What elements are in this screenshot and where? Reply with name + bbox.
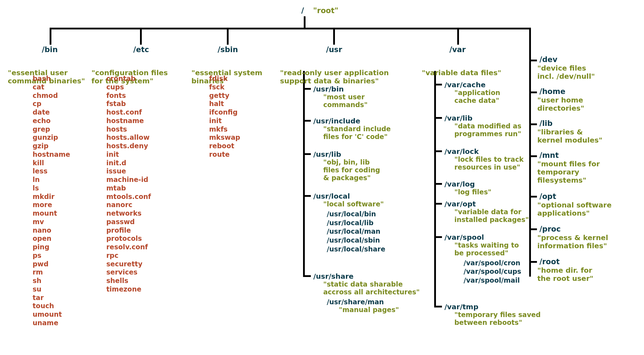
bin-file: grep [33, 125, 70, 134]
usr-local-child: /usr/local/share [327, 245, 385, 254]
var-spool-child: /var/spool/cups [464, 267, 521, 276]
dir-sbin-files: fdiskfsckgettyhaltifconfiginitmkfsmkswap… [209, 74, 240, 159]
bin-file: uname [33, 319, 70, 327]
bin-file: mount [33, 209, 70, 218]
right-dir-name: /home [539, 88, 584, 95]
bin-file: ls [33, 184, 70, 193]
sbin-file: mkfs [209, 125, 240, 134]
etc-file: protocols [106, 234, 151, 243]
bin-file: cp [33, 100, 70, 108]
dir-var-cache: /var/cache "application cache data" [444, 81, 500, 105]
bin-file: mkdir [33, 193, 70, 201]
right-dir-home: /home"user home directories" [539, 88, 584, 112]
sbin-file: init [209, 117, 240, 125]
usr-local-child: /usr/local/bin [327, 210, 385, 218]
dir-usr-name: /usr [326, 46, 342, 54]
usr-local-child: /usr/local/lib [327, 218, 385, 227]
etc-file: hosts.allow [106, 133, 151, 142]
etc-file: nanorc [106, 201, 151, 209]
dir-etc-name: /etc [133, 46, 149, 54]
root-slash: / [301, 7, 311, 15]
sbin-file: halt [209, 100, 240, 108]
right-dir-desc: "libraries & kernel modules" [537, 128, 603, 144]
usr-local-child: /usr/local/man [327, 227, 385, 236]
etc-file: init [106, 150, 151, 159]
root-label: "root" [313, 6, 338, 15]
bin-file: tar [33, 294, 70, 302]
right-dir-name: /opt [539, 193, 612, 200]
bin-file: less [33, 167, 70, 176]
etc-file: cups [106, 83, 151, 91]
etc-file: host.conf [106, 108, 151, 117]
dir-bin-files: bashcatchmodcpdateechogrepgunzipgziphost… [33, 74, 70, 327]
dir-bin-name: /bin [42, 46, 58, 54]
dir-var-opt: /var/opt "variable data for installed pa… [444, 200, 529, 224]
right-dir-name: /lib [539, 120, 603, 127]
etc-file: networks [106, 209, 151, 218]
etc-file: securetty [106, 260, 151, 268]
dir-var-log: /var/log "log files" [444, 180, 491, 196]
bin-file: nano [33, 226, 70, 235]
bin-file: ps [33, 251, 70, 260]
right-dir-desc: "mount files for temporary filesystems" [537, 160, 600, 184]
sbin-file: fsck [209, 83, 240, 91]
right-dir-dev: /dev"device files incl. /dev/null" [539, 56, 595, 81]
right-dir-root: /root"home dir. for the root user" [539, 258, 593, 283]
etc-file: issue [106, 167, 151, 176]
bin-file: date [33, 108, 70, 117]
etc-file: profile [106, 226, 151, 235]
dir-var-tmp: /var/tmp "temporary files saved between … [444, 303, 541, 327]
bin-file: gzip [33, 142, 70, 150]
dir-var-lock: /var/lock "lock files to track resources… [444, 148, 523, 171]
dir-usr-bin: /usr/bin "most user commands" [313, 85, 368, 109]
bin-file: su [33, 285, 70, 294]
bin-file: sh [33, 277, 70, 285]
etc-file: init.d [106, 159, 151, 167]
bin-file: hostname [33, 150, 70, 159]
right-dir-name: /root [539, 258, 593, 266]
bin-file: ln [33, 176, 70, 184]
right-dir-desc: "user home directories" [537, 96, 584, 112]
etc-file: resolv.conf [106, 243, 151, 251]
bin-file: umount [33, 310, 70, 319]
bin-file: bash [33, 74, 70, 83]
filesystem-hierarchy-diagram: / "root" /bin "essential user command bi… [0, 0, 644, 355]
right-dir-mnt: /mnt"mount files for temporary filesyste… [539, 152, 600, 184]
etc-file: shells [106, 277, 151, 285]
sbin-file: getty [209, 91, 240, 100]
etc-file: services [106, 268, 151, 277]
usr-local-child: /usr/local/sbin [327, 236, 385, 245]
etc-file: mtools.conf [106, 193, 151, 201]
etc-file: crontab [106, 74, 151, 83]
etc-file: hostname [106, 117, 151, 125]
bin-file: cat [33, 83, 70, 91]
sbin-file: mkswap [209, 133, 240, 142]
etc-file: machine-id [106, 176, 151, 184]
bin-file: more [33, 201, 70, 209]
right-dir-name: /proc [539, 226, 608, 233]
var-spool-child: /var/spool/cron [464, 259, 521, 267]
sbin-file: route [209, 150, 240, 159]
right-dir-desc: "optional software applications" [537, 201, 612, 217]
bin-file: kill [33, 159, 70, 167]
dir-var-lib: /var/lib "data modified as programmes ru… [444, 114, 521, 138]
etc-file: passwd [106, 218, 151, 226]
dir-sbin-name: /sbin [218, 46, 238, 54]
bin-file: echo [33, 117, 70, 125]
right-dir-lib: /lib"libraries & kernel modules" [539, 120, 603, 144]
sbin-file: fdisk [209, 74, 240, 83]
dir-usr-lib: /usr/lib "obj, bin, lib files for coding… [313, 150, 380, 182]
sbin-file: ifconfig [209, 108, 240, 117]
bin-file: touch [33, 302, 70, 310]
dir-var-spool: /var/spool "tasks waiting to be processe… [444, 233, 521, 285]
etc-file: mtab [106, 184, 151, 193]
dir-usr-include: /usr/include "standard include files for… [313, 117, 391, 141]
bin-file: rm [33, 268, 70, 277]
etc-file: hosts.deny [106, 142, 151, 150]
dir-usr-local: /usr/local "local software" /usr/local/b… [313, 192, 385, 253]
bin-file: open [33, 234, 70, 243]
right-dir-desc: "device files incl. /dev/null" [537, 64, 595, 81]
etc-file: hosts [106, 125, 151, 134]
bin-file: mv [33, 218, 70, 226]
right-dir-proc: /proc"process & kernel information files… [539, 226, 608, 250]
